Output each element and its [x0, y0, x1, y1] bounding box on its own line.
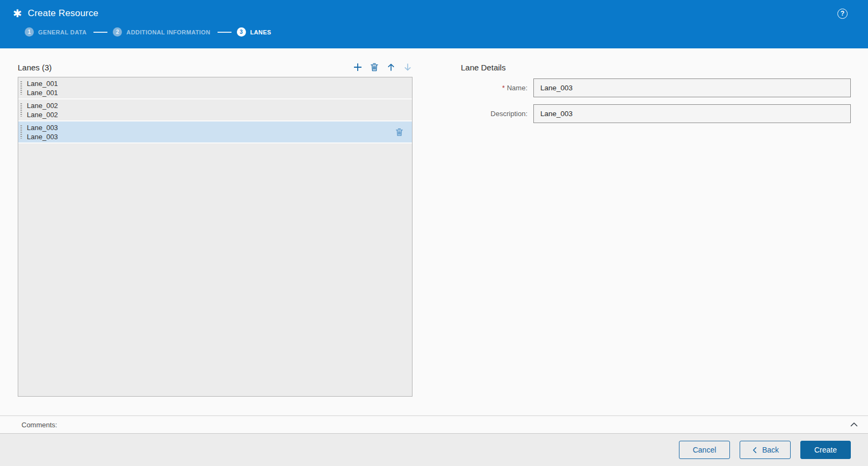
lanes-list: Lane_001 Lane_001 Lane_002 Lane_002 Lane… [18, 77, 413, 397]
lane-list-item[interactable]: Lane_002 Lane_002 [18, 99, 412, 121]
chevron-up-icon [850, 420, 858, 429]
step-1-label: GENERAL DATA [38, 29, 86, 35]
arrow-up-icon [386, 62, 396, 72]
cancel-button[interactable]: Cancel [679, 441, 730, 459]
comments-bar: Comments: [0, 415, 868, 434]
step-2-label: ADDITIONAL INFORMATION [126, 29, 210, 35]
back-button[interactable]: Back [740, 441, 791, 459]
description-label: Description: [461, 110, 527, 118]
step-connector [93, 32, 107, 33]
step-connector [218, 32, 232, 33]
comments-collapse-button[interactable] [850, 420, 858, 429]
lane-description: Lane_001 [27, 88, 58, 97]
lane-details-title: Lane Details [461, 63, 851, 73]
step-general-data[interactable]: 1 GENERAL DATA [25, 27, 86, 37]
lane-list-item[interactable]: Lane_001 Lane_001 [18, 77, 412, 99]
footer-bar: Cancel Back Create [0, 434, 868, 466]
name-field-row: *Name: [461, 78, 851, 97]
move-lane-up-button[interactable] [386, 62, 396, 72]
wizard-steps: 1 GENERAL DATA 2 ADDITIONAL INFORMATION … [25, 27, 868, 37]
delete-selected-lane-button[interactable] [395, 127, 404, 137]
help-icon[interactable]: ? [837, 9, 848, 19]
app-asterisk-icon: ✱ [13, 8, 22, 19]
lane-name: Lane_002 [27, 101, 58, 110]
name-input[interactable] [533, 78, 851, 97]
add-lane-button[interactable] [353, 62, 363, 72]
step-3-label: LANES [250, 29, 271, 35]
back-button-label: Back [762, 446, 779, 454]
step-additional-information[interactable]: 2 ADDITIONAL INFORMATION [113, 27, 210, 37]
step-3-circle: 3 [237, 27, 246, 37]
arrow-down-icon [403, 62, 413, 72]
step-lanes[interactable]: 3 LANES [237, 27, 271, 37]
page-title: Create Resource [28, 8, 99, 19]
comments-label: Comments: [21, 421, 57, 429]
step-1-circle: 1 [25, 27, 34, 37]
drag-handle-icon[interactable] [20, 103, 22, 117]
move-lane-down-button[interactable] [403, 62, 413, 72]
lanes-count-title: Lanes (3) [18, 63, 52, 72]
lane-description: Lane_003 [27, 132, 58, 141]
create-button[interactable]: Create [800, 441, 851, 459]
lane-details-panel: Lane Details *Name: Description: [461, 63, 851, 130]
drag-handle-icon[interactable] [20, 125, 22, 139]
wizard-header: ✱ Create Resource ? 1 GENERAL DATA 2 ADD… [0, 0, 868, 48]
drag-handle-icon[interactable] [20, 81, 22, 95]
name-label: *Name: [461, 84, 527, 92]
lane-description: Lane_002 [27, 110, 58, 119]
description-field-row: Description: [461, 104, 851, 123]
lanes-toolbar [353, 62, 413, 72]
trash-icon [370, 62, 379, 72]
lane-name: Lane_003 [27, 123, 58, 132]
description-input[interactable] [533, 104, 851, 123]
chevron-left-icon [751, 447, 758, 454]
lane-name: Lane_001 [27, 79, 58, 88]
help-glyph: ? [841, 10, 844, 17]
lanes-panel: Lanes (3) Lane_001 [18, 61, 413, 397]
plus-icon [353, 62, 363, 72]
step-2-circle: 2 [113, 27, 122, 37]
required-asterisk: * [502, 84, 505, 92]
trash-icon [395, 127, 404, 137]
lane-list-item-selected[interactable]: Lane_003 Lane_003 [18, 121, 412, 144]
delete-lane-button[interactable] [370, 62, 379, 72]
main-content: Lanes (3) Lane_001 [0, 48, 868, 415]
